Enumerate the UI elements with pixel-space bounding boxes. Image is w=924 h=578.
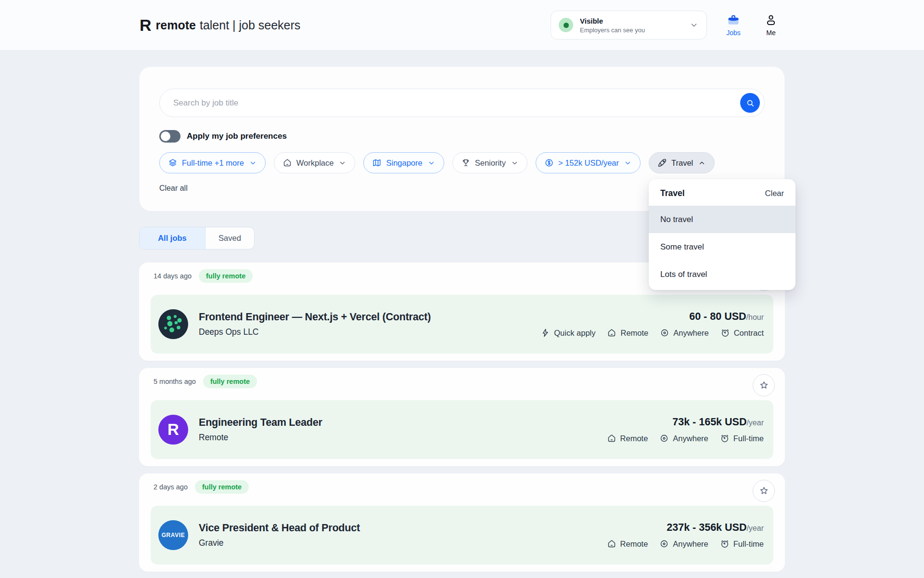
search-input[interactable]	[159, 89, 765, 117]
header: R remote talent | job seekers Visible Em…	[0, 0, 924, 51]
pin-icon	[659, 434, 669, 443]
save-star-button[interactable]	[753, 480, 775, 502]
dropdown-option-lots-of-travel[interactable]: Lots of travel	[649, 261, 796, 288]
job-title: Frontend Engineer — Next.js + Vercel (Co…	[199, 311, 431, 323]
clock-icon	[720, 328, 730, 338]
tab-all-jobs[interactable]: All jobs	[140, 227, 205, 249]
location-item: Anywhere	[660, 328, 708, 338]
filter-label: Seniority	[475, 158, 506, 168]
job-row[interactable]: R Engineering Team Leader Remote 73k - 1…	[151, 400, 773, 459]
remote-item: Remote	[607, 539, 648, 549]
travel-dropdown-header: Travel Clear	[649, 179, 796, 206]
star-icon	[758, 486, 770, 497]
filter-pill-travel[interactable]: Travel	[649, 152, 715, 173]
visibility-subtitle: Employers can see you	[580, 26, 645, 34]
company-name: Deeps Ops LLC	[199, 327, 431, 337]
brand-text: remote talent | job seekers	[156, 18, 301, 32]
filter-label: > 152k USD/year	[558, 158, 619, 168]
home-icon	[282, 158, 292, 168]
preferences-toggle[interactable]	[159, 130, 180, 143]
posted-date: 5 months ago	[154, 378, 196, 385]
search-panel: Apply my job preferences Full-time +1 mo…	[139, 66, 785, 211]
filter-label: Workplace	[296, 158, 334, 168]
quick-apply-item: Quick apply	[540, 328, 595, 338]
salary: 237k - 356k USD/year	[667, 522, 764, 534]
nav-jobs[interactable]: Jobs	[722, 13, 744, 37]
filter-pill-employment-type[interactable]: Full-time +1 more	[159, 152, 266, 173]
pin-icon	[660, 328, 669, 338]
job-row[interactable]: GRAVIE Vice President & Head of Product …	[151, 506, 773, 565]
chevron-down-icon	[624, 159, 632, 167]
employment-type-item: Contract	[720, 328, 764, 338]
filter-pill-workplace[interactable]: Workplace	[274, 152, 356, 173]
house-icon	[607, 434, 616, 443]
salary-period: /year	[746, 419, 764, 427]
house-icon	[607, 539, 616, 549]
dropdown-clear-button[interactable]: Clear	[765, 189, 784, 198]
nav-me[interactable]: Me	[760, 13, 782, 37]
job-card: 2 days ago fully remote GRAVIE Vice Pres…	[139, 473, 785, 572]
visibility-title: Visible	[580, 17, 645, 25]
job-title: Engineering Team Leader	[199, 417, 322, 429]
remote-item: Remote	[607, 434, 648, 443]
dropdown-option-no-travel[interactable]: No travel	[649, 206, 796, 233]
save-star-button[interactable]	[753, 374, 775, 396]
visibility-dropdown[interactable]: Visible Employers can see you	[551, 11, 707, 39]
map-icon	[372, 158, 382, 168]
layers-icon	[168, 158, 178, 168]
chevron-down-icon	[249, 159, 257, 167]
filter-label: Singapore	[386, 158, 422, 168]
company-logo-icon	[158, 309, 188, 339]
filter-label: Travel	[671, 158, 693, 168]
clear-all-button[interactable]: Clear all	[159, 184, 188, 193]
salary-period: /year	[746, 524, 764, 532]
preferences-row: Apply my job preferences	[159, 130, 765, 143]
header-actions: Visible Employers can see you Jobs Me	[551, 11, 782, 39]
visibility-status-icon	[559, 18, 573, 32]
job-attributes: Remote Anywhere Full-time	[607, 434, 764, 443]
posted-date: 14 days ago	[154, 272, 192, 280]
briefcase-icon	[727, 13, 740, 27]
travel-filter-wrapper: Travel Travel Clear No travel Some trave…	[649, 152, 715, 173]
job-card-meta-row: 5 months ago fully remote	[154, 374, 773, 389]
dropdown-title: Travel	[660, 188, 685, 198]
filter-pill-salary[interactable]: > 152k USD/year	[536, 152, 641, 173]
fully-remote-badge: fully remote	[195, 480, 249, 494]
location-item: Anywhere	[659, 434, 708, 443]
company-logo-deeps-ops	[158, 309, 188, 339]
brand-logo: R remote talent | job seekers	[140, 17, 300, 33]
person-icon	[764, 13, 778, 27]
nav-jobs-label: Jobs	[726, 29, 741, 37]
chevron-down-icon	[511, 159, 519, 167]
employment-type-item: Full-time	[720, 434, 764, 443]
salary: 73k - 165k USD/year	[672, 416, 764, 428]
job-attributes: Remote Anywhere Full-time	[607, 539, 764, 549]
job-card-meta-row: 2 days ago fully remote	[154, 480, 773, 494]
clock-icon	[720, 539, 730, 549]
salary-period: /hour	[746, 313, 764, 321]
posted-date: 2 days ago	[154, 483, 188, 491]
pin-icon	[659, 539, 669, 549]
preferences-label: Apply my job preferences	[187, 131, 287, 141]
search-icon	[745, 98, 755, 108]
search-button[interactable]	[740, 93, 760, 113]
filter-pill-seniority[interactable]: Seniority	[452, 152, 527, 173]
company-logo-remote: R	[158, 415, 188, 445]
company-name: Remote	[199, 433, 322, 443]
chevron-down-icon	[427, 159, 436, 167]
dollar-icon	[544, 158, 554, 168]
remote-item: Remote	[607, 328, 648, 338]
nav-me-label: Me	[766, 29, 775, 37]
dropdown-option-some-travel[interactable]: Some travel	[649, 233, 796, 261]
filter-pill-location[interactable]: Singapore	[363, 152, 444, 173]
search-row	[159, 89, 765, 117]
brand-name: remote	[156, 18, 196, 32]
job-row[interactable]: Frontend Engineer — Next.js + Vercel (Co…	[151, 295, 773, 354]
jobs-tabs: All jobs Saved	[139, 227, 255, 250]
main-content: Apply my job preferences Full-time +1 mo…	[139, 66, 785, 572]
tab-saved[interactable]: Saved	[205, 227, 254, 249]
chevron-down-icon	[689, 20, 699, 30]
company-logo-gravie: GRAVIE	[158, 520, 188, 550]
brand-suffix: talent | job seekers	[200, 18, 300, 32]
travel-dropdown: Travel Clear No travel Some travel Lots …	[649, 179, 796, 290]
